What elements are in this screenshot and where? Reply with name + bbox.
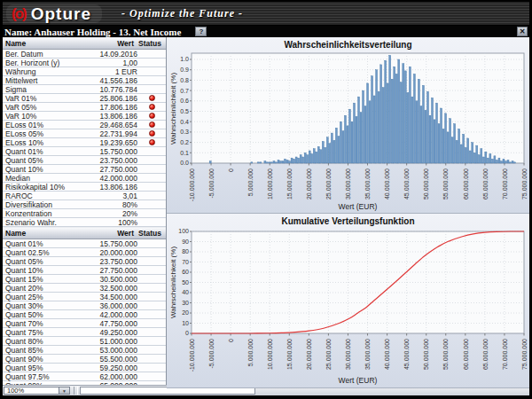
table-row[interactable]: ELoss 05% 22.731.994 [3,129,166,138]
row-name: Quant 15% [3,275,75,284]
table-row[interactable]: ELoss 01% 29.468.654 [3,121,166,129]
svg-text:0.1: 0.1 [180,150,189,156]
row-value: 49.250.000 [75,328,137,337]
chart-title: Wahrscheinlichkeitsverteilung [167,40,529,50]
row-name: RAROC [3,192,75,200]
table-row[interactable]: Median 42.000.000 [3,174,166,183]
zoom-select[interactable]: 100% ▼ [4,387,70,395]
svg-text:30.000.000: 30.000.000 [345,168,351,200]
row-name: Quant 02.5% [3,248,75,257]
help-button[interactable]: ? [195,27,207,36]
cdf-chart: -10.000.000-5.000.00005.000.00010.000.00… [167,214,528,387]
table-row[interactable]: Währung 1 EUR [3,67,166,76]
table-row[interactable]: Diversifikation 80% [3,200,166,209]
table-row[interactable]: Quant 30% 36.000.000 [3,301,166,310]
row-value: 1 EUR [75,67,137,76]
table-row[interactable]: VaR 01% 25.806.186 [3,94,166,103]
row-value: 20.000.000 [75,248,137,257]
charts-panel: Wahrscheinlichkeitsverteilung Wahrschein… [167,37,529,385]
cumulative-distribution-panel: Kumulative Verteilungsfunktion Wahrschei… [167,214,529,388]
table-row[interactable]: Quant 10% 27.750.000 [3,165,166,174]
table-row[interactable]: Quant 01% 15.750.000 [3,239,166,248]
svg-text:75.000.000: 75.000.000 [521,339,528,370]
svg-text:-10.000.000: -10.000.000 [189,339,195,372]
table-row[interactable]: VaR 05% 17.806.186 [3,103,166,112]
table-row[interactable]: Quant 75% 49.250.000 [3,328,166,337]
row-name: Quant 30% [3,301,75,310]
row-value: 25.806.186 [75,94,137,103]
table-row[interactable]: Quant 15% 30.500.000 [3,275,166,284]
svg-text:70: 70 [182,259,189,265]
row-name: Quant 01% [3,239,75,248]
table-row[interactable]: Konzentration 20% [3,209,166,218]
svg-text:0.4: 0.4 [180,119,189,125]
table-row[interactable]: Risikokapital 10% 13.806.186 [3,183,166,192]
svg-text:10: 10 [182,320,189,326]
table-row[interactable]: Mittelwert 41.556.186 [3,76,166,85]
row-value: 10.776.784 [75,85,137,94]
table-row[interactable]: Quant 70% 47.750.000 [3,319,166,328]
row-name: Quant 97.5% [3,372,75,381]
svg-text:0.2: 0.2 [180,139,189,145]
row-value: 62.000.000 [75,372,137,381]
row-name: Ber. Datum [3,50,75,59]
table-row[interactable]: Quant 20% 32.500.000 [3,284,166,293]
row-name: Quant 05% [3,156,75,165]
table-row[interactable]: Quant 97.5% 62.000.000 [3,372,166,381]
row-value: 13.806.186 [75,112,137,121]
column-header-status: Status [134,39,166,48]
table-row[interactable]: Quant 02.5% 20.000.000 [3,248,166,257]
row-name: Quant 25% [3,293,75,301]
tagline: - Optimize the Future - [121,7,243,20]
x-axis-label: Wert (EUR) [192,376,524,385]
table-row[interactable]: Quant 10% 27.750.000 [3,266,166,275]
row-name: Quant 01% [3,147,75,156]
row-value: 14.09.2016 [75,50,137,59]
table-row[interactable]: Quant 90% 55.500.000 [3,355,166,364]
table-row[interactable]: Szenario Wahr. 100% [3,218,166,227]
histogram-chart: -10.000.000-5.000.00005.000.00010.000.00… [167,37,528,213]
row-value: 53.000.000 [75,346,137,355]
svg-text:0.9: 0.9 [180,66,189,73]
x-axis-label: Wert (EUR) [192,202,524,211]
close-button[interactable]: ✕ [517,27,528,36]
row-value: 15.750.000 [75,239,137,248]
app-window: (o) Opture - Optimize the Future - Name:… [0,0,532,399]
row-name: Quant 95% [3,364,75,372]
table-row[interactable]: Quant 50% 42.000.000 [3,310,166,319]
svg-text:60.000.000: 60.000.000 [463,168,469,200]
table-row[interactable]: Sigma 10.776.784 [3,85,166,94]
titlebar: Name: Anhauser Holding - 13. Net Income … [3,26,529,37]
svg-text:-5.000.000: -5.000.000 [208,168,215,199]
row-name: Quant 85% [3,346,75,355]
svg-text:20.000.000: 20.000.000 [306,339,312,370]
svg-text:45.000.000: 45.000.000 [403,339,410,370]
table-row[interactable]: Quant 95% 59.250.000 [3,364,166,372]
table-row[interactable]: Quant 80% 51.000.000 [3,337,166,346]
svg-text:0.8: 0.8 [180,77,189,83]
row-name: Sigma [3,85,75,94]
table-row[interactable]: ELoss 10% 19.239.650 [3,138,166,147]
table-row[interactable]: Quant 05% 23.750.000 [3,257,166,266]
chevron-down-icon[interactable]: ▼ [59,387,70,395]
svg-text:0: 0 [185,330,189,336]
svg-text:50: 50 [182,279,189,286]
table-row[interactable]: Quant 01% 15.750.000 [3,147,166,156]
table-row[interactable]: Ber. Horizont (y) 1,00 [3,59,166,67]
row-value: 41.556.186 [75,76,137,85]
svg-text:35.000.000: 35.000.000 [364,168,371,200]
row-value: 42.000.000 [75,174,137,183]
table2-header: Name Wert Status [3,227,166,239]
table-row[interactable]: Quant 05% 23.750.000 [3,156,166,165]
table-row[interactable]: VaR 10% 13.806.186 [3,112,166,121]
table-row[interactable]: Quant 25% 34.500.000 [3,293,166,301]
row-value: 47.750.000 [75,319,137,328]
table-row[interactable]: Ber. Datum 14.09.2016 [3,50,166,59]
svg-text:55.000.000: 55.000.000 [442,168,449,200]
svg-text:90: 90 [182,239,189,245]
row-value: 100% [75,218,137,227]
table-row[interactable]: Quant 85% 53.000.000 [3,346,166,355]
row-name: Quant 05% [3,257,75,266]
row-value: 32.500.000 [75,284,137,293]
table-row[interactable]: RAROC 3,01 [3,192,166,200]
